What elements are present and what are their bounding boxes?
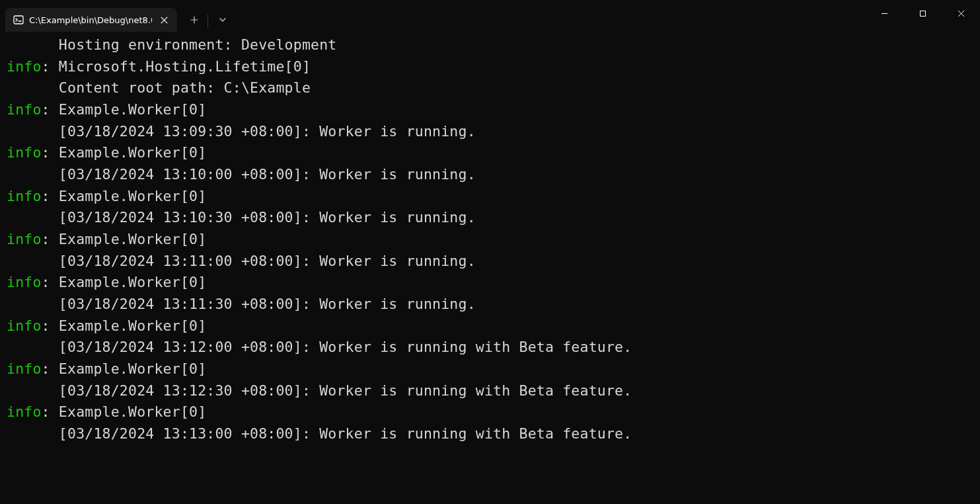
terminal-icon xyxy=(13,15,24,25)
log-message-line: [03/18/2024 13:11:30 +08:00]: Worker is … xyxy=(7,294,973,315)
log-header-line: info: Microsoft.Hosting.Lifetime[0] xyxy=(7,56,973,78)
log-message-line: Content root path: C:\Example xyxy=(7,77,973,99)
svg-rect-1 xyxy=(920,11,925,16)
caret xyxy=(7,446,14,460)
log-message-line: [03/18/2024 13:12:00 +08:00]: Worker is … xyxy=(7,337,973,358)
log-level: info xyxy=(7,231,42,247)
log-level: info xyxy=(7,274,42,290)
log-level: info xyxy=(7,144,42,161)
tab-close-button[interactable] xyxy=(157,13,170,26)
titlebar-left: C:\Example\bin\Debug\net8.0 xyxy=(0,0,233,32)
prompt-line xyxy=(7,445,973,467)
minimize-button[interactable] xyxy=(865,0,903,26)
log-header-line: info: Example.Worker[0] xyxy=(7,401,973,423)
log-message-line: [03/18/2024 13:09:30 +08:00]: Worker is … xyxy=(7,121,973,143)
log-header-line: info: Example.Worker[0] xyxy=(7,315,973,337)
log-header-line: info: Example.Worker[0] xyxy=(7,229,973,251)
log-header-line: info: Example.Worker[0] xyxy=(7,272,973,294)
log-header-line: info: Example.Worker[0] xyxy=(7,142,973,164)
tab-active[interactable]: C:\Example\bin\Debug\net8.0 xyxy=(5,8,177,32)
log-level: info xyxy=(7,101,42,118)
log-level: info xyxy=(7,188,42,204)
terminal-output[interactable]: Hosting environment: Developmentinfo: Mi… xyxy=(0,32,980,472)
window-close-button[interactable] xyxy=(942,0,980,26)
window-controls xyxy=(865,0,980,32)
log-message-line: [03/18/2024 13:10:00 +08:00]: Worker is … xyxy=(7,164,973,186)
svg-rect-0 xyxy=(14,16,23,24)
log-level: info xyxy=(7,317,42,334)
log-header-line: info: Example.Worker[0] xyxy=(7,186,973,208)
log-level: info xyxy=(7,360,42,377)
titlebar: C:\Example\bin\Debug\net8.0 xyxy=(0,0,980,32)
log-header-line: info: Example.Worker[0] xyxy=(7,358,973,380)
log-level: info xyxy=(7,58,42,75)
tab-dropdown-button[interactable] xyxy=(212,9,233,30)
tab-separator xyxy=(207,15,208,28)
new-tab-button[interactable] xyxy=(184,9,205,30)
log-message-line: [03/18/2024 13:13:00 +08:00]: Worker is … xyxy=(7,423,973,445)
log-header-line: info: Example.Worker[0] xyxy=(7,99,973,121)
log-message-line: [03/18/2024 13:10:30 +08:00]: Worker is … xyxy=(7,207,973,229)
maximize-button[interactable] xyxy=(903,0,942,26)
tab-title: C:\Example\bin\Debug\net8.0 xyxy=(29,15,152,25)
log-message-line: [03/18/2024 13:12:30 +08:00]: Worker is … xyxy=(7,380,973,402)
log-level: info xyxy=(7,403,42,420)
log-message-line: [03/18/2024 13:11:00 +08:00]: Worker is … xyxy=(7,251,973,273)
log-message-line: Hosting environment: Development xyxy=(7,34,973,56)
